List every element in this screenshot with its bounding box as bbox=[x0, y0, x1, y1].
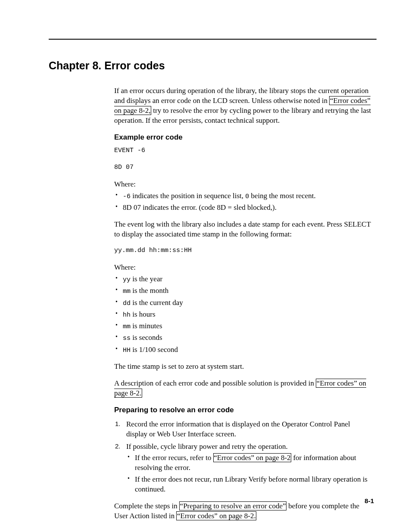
page-number: 8-1 bbox=[364, 497, 374, 505]
list-item: If possible, cycle library power and ret… bbox=[114, 442, 373, 495]
step-text: If possible, cycle library power and ret… bbox=[126, 442, 288, 451]
timestamp-zero-paragraph: The time stamp is set to zero at system … bbox=[114, 362, 373, 372]
where-list-2: yy is the year mm is the month dd is the… bbox=[114, 274, 373, 355]
list-item: If the error does not recur, run Library… bbox=[126, 475, 373, 495]
code-inline: dd bbox=[123, 300, 131, 307]
list-text: being the most recent. bbox=[249, 192, 315, 200]
list-item: ss is seconds bbox=[114, 333, 373, 343]
list-item: HH is 1/100 second bbox=[114, 345, 373, 355]
code-8d07: 8D 07 bbox=[114, 163, 373, 172]
list-text: is 1/100 second bbox=[131, 345, 178, 354]
list-item: If the error recurs, refer to “Error cod… bbox=[126, 453, 373, 473]
list-item: yy is the year bbox=[114, 274, 373, 284]
content-area: If an error occurs during operation of t… bbox=[114, 86, 373, 521]
list-item: dd is the current day bbox=[114, 298, 373, 308]
code-event: EVENT -6 bbox=[114, 146, 373, 155]
section-preparing-title: Preparing to resolve an error code bbox=[114, 405, 373, 415]
list-item: mm is minutes bbox=[114, 321, 373, 331]
code-inline: yy bbox=[123, 276, 131, 283]
sub-text: If the error does not recur, run Library… bbox=[135, 475, 367, 493]
chapter-title: Chapter 8. Error codes bbox=[49, 59, 377, 73]
code-inline: mm bbox=[123, 323, 131, 330]
list-text: is hours bbox=[131, 310, 156, 318]
link-error-codes-8-2[interactable]: “Error codes” on page 8-2 bbox=[213, 453, 291, 462]
description-paragraph: A description of each error code and pos… bbox=[114, 379, 373, 398]
list-text: is the year bbox=[131, 275, 162, 283]
section-example-title: Example error code bbox=[114, 133, 373, 143]
list-item: mm is the month bbox=[114, 286, 373, 296]
link-preparing-section[interactable]: “Preparing to resolve an error code” bbox=[179, 501, 286, 510]
where-label-1: Where: bbox=[114, 180, 373, 190]
substeps: If the error recurs, refer to “Error cod… bbox=[126, 453, 373, 495]
code-inline: ss bbox=[123, 335, 131, 342]
list-item: hh is hours bbox=[114, 310, 373, 320]
code-inline: mm bbox=[123, 288, 131, 295]
code-inline: -6 bbox=[123, 193, 131, 200]
sub-text-1: If the error recurs, refer to bbox=[135, 454, 213, 462]
list-item: Record the error information that is dis… bbox=[114, 420, 373, 439]
code-inline: HH bbox=[123, 347, 131, 354]
list-item: 8D 07 indicates the error. (code 8D = sl… bbox=[114, 203, 373, 213]
preparing-steps: Record the error information that is dis… bbox=[114, 420, 373, 495]
step-text: Record the error information that is dis… bbox=[126, 420, 350, 438]
where-label-2: Where: bbox=[114, 263, 373, 273]
list-text: is minutes bbox=[131, 322, 162, 330]
closing-text-1: Complete the steps in bbox=[114, 502, 179, 510]
desc-text-1: A description of each error code and pos… bbox=[114, 379, 316, 387]
list-text: is the month bbox=[131, 286, 168, 295]
closing-paragraph: Complete the steps in “Preparing to reso… bbox=[114, 501, 373, 521]
list-text: 8D 07 indicates the error. (code 8D = sl… bbox=[123, 203, 277, 212]
event-log-paragraph: The event log with the library also incl… bbox=[114, 220, 373, 240]
list-item: -6 indicates the position in sequence li… bbox=[114, 191, 373, 201]
top-rule bbox=[49, 39, 377, 40]
list-text: is seconds bbox=[131, 333, 162, 342]
code-inline: 0 bbox=[245, 193, 249, 200]
list-text: is the current day bbox=[131, 299, 183, 307]
intro-paragraph: If an error occurs during operation of t… bbox=[114, 86, 373, 126]
link-error-codes-8-2[interactable]: “Error codes” on page 8-2. bbox=[176, 511, 256, 520]
code-timestamp-format: yy.mm.dd hh:mm:ss:HH bbox=[114, 246, 373, 255]
intro-text-2: try to resolve the error by cycling powe… bbox=[114, 106, 371, 124]
where-list-1: -6 indicates the position in sequence li… bbox=[114, 191, 373, 213]
list-text: indicates the position in sequence list, bbox=[131, 192, 245, 200]
code-inline: hh bbox=[123, 311, 131, 319]
